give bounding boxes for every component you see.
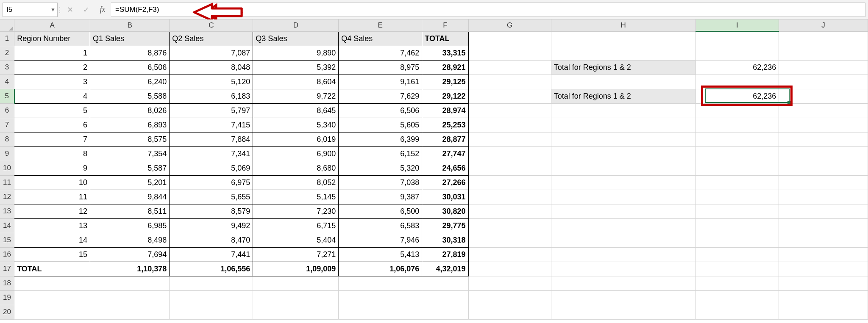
cell-E5[interactable]: 7,629 [339,89,422,103]
cell-E10[interactable]: 5,320 [339,161,422,175]
cell-C1[interactable]: Q2 Sales [170,31,253,46]
cell-I14[interactable] [696,218,779,233]
cell-E12[interactable]: 9,387 [339,190,422,204]
cell-C16[interactable]: 7,441 [170,247,253,262]
cell-B19[interactable] [90,290,170,305]
cell-G20[interactable] [468,305,551,319]
cell-D6[interactable]: 8,645 [253,103,339,118]
cell-J3[interactable] [779,60,868,75]
cell-A20[interactable] [14,305,90,319]
cell-G3[interactable] [468,60,551,75]
cell-I7[interactable] [696,118,779,132]
cell-I10[interactable] [696,161,779,175]
row-header-20[interactable]: 20 [0,305,14,319]
column-header-E[interactable]: E [339,19,422,31]
cell-J5[interactable] [779,89,868,103]
cell-J10[interactable] [779,161,868,175]
row-header-15[interactable]: 15 [0,233,14,247]
cell-C2[interactable]: 7,087 [170,46,253,60]
formula-input[interactable]: =SUM(F2,F3) [111,3,221,17]
row-header-9[interactable]: 9 [0,146,14,161]
cell-I11[interactable] [696,175,779,190]
column-header-F[interactable]: F [422,19,468,31]
cell-B13[interactable]: 8,511 [90,204,170,218]
row-header-12[interactable]: 12 [0,190,14,204]
spreadsheet-grid[interactable]: ABCDEFGHIJ1Region NumberQ1 SalesQ2 Sales… [0,19,868,320]
cell-E8[interactable]: 6,399 [339,132,422,146]
cell-G11[interactable] [468,175,551,190]
cell-F12[interactable]: 30,031 [422,190,468,204]
cell-J8[interactable] [779,132,868,146]
cell-F3[interactable]: 28,921 [422,60,468,75]
cell-B4[interactable]: 6,240 [90,75,170,89]
cell-I13[interactable] [696,204,779,218]
cell-E1[interactable]: Q4 Sales [339,31,422,46]
cell-D1[interactable]: Q3 Sales [253,31,339,46]
cell-D20[interactable] [253,305,339,319]
cell-H6[interactable] [551,103,696,118]
cell-C11[interactable]: 6,975 [170,175,253,190]
cell-F6[interactable]: 28,974 [422,103,468,118]
cell-J20[interactable] [779,305,868,319]
cell-F19[interactable] [422,290,468,305]
cell-J11[interactable] [779,175,868,190]
cell-G6[interactable] [468,103,551,118]
cell-F7[interactable]: 25,253 [422,118,468,132]
cell-J4[interactable] [779,75,868,89]
cell-G10[interactable] [468,161,551,175]
cell-I2[interactable] [696,46,779,60]
row-header-13[interactable]: 13 [0,204,14,218]
cell-D2[interactable]: 9,890 [253,46,339,60]
cell-D13[interactable]: 7,230 [253,204,339,218]
cell-B16[interactable]: 7,694 [90,247,170,262]
cell-C13[interactable]: 8,579 [170,204,253,218]
cell-C18[interactable] [170,276,253,290]
cell-C15[interactable]: 8,470 [170,233,253,247]
column-header-G[interactable]: G [468,19,551,31]
cell-J7[interactable] [779,118,868,132]
cell-I5[interactable]: 62,236 [696,89,779,103]
cell-H16[interactable] [551,247,696,262]
cell-I16[interactable] [696,247,779,262]
cell-G14[interactable] [468,218,551,233]
name-box[interactable]: I5 ▼ [3,3,58,17]
cell-J9[interactable] [779,146,868,161]
cell-C17[interactable]: 1,06,556 [170,262,253,276]
cell-F18[interactable] [422,276,468,290]
cell-J13[interactable] [779,204,868,218]
cell-E20[interactable] [339,305,422,319]
cell-I18[interactable] [696,276,779,290]
cell-H14[interactable] [551,218,696,233]
cell-G4[interactable] [468,75,551,89]
row-header-7[interactable]: 7 [0,118,14,132]
cell-B7[interactable]: 6,893 [90,118,170,132]
cell-D17[interactable]: 1,09,009 [253,262,339,276]
cell-J6[interactable] [779,103,868,118]
cell-B12[interactable]: 9,844 [90,190,170,204]
cell-I20[interactable] [696,305,779,319]
cell-F1[interactable]: TOTAL [422,31,468,46]
cell-D8[interactable]: 6,019 [253,132,339,146]
cell-I9[interactable] [696,146,779,161]
cell-F11[interactable]: 27,266 [422,175,468,190]
column-header-H[interactable]: H [551,19,696,31]
cell-C8[interactable]: 7,884 [170,132,253,146]
cell-G5[interactable] [468,89,551,103]
column-header-J[interactable]: J [779,19,868,31]
cell-E4[interactable]: 9,161 [339,75,422,89]
row-header-17[interactable]: 17 [0,262,14,276]
cell-I17[interactable] [696,262,779,276]
cell-H8[interactable] [551,132,696,146]
cell-F10[interactable]: 24,656 [422,161,468,175]
cell-D15[interactable]: 5,404 [253,233,339,247]
cell-A9[interactable]: 8 [14,146,90,161]
cell-E17[interactable]: 1,06,076 [339,262,422,276]
cell-D19[interactable] [253,290,339,305]
cell-J2[interactable] [779,46,868,60]
cell-B20[interactable] [90,305,170,319]
cell-C14[interactable]: 9,492 [170,218,253,233]
cell-E2[interactable]: 7,462 [339,46,422,60]
cell-F13[interactable]: 30,820 [422,204,468,218]
cell-H3[interactable]: Total for Regions 1 & 2 [551,60,696,75]
cell-J17[interactable] [779,262,868,276]
